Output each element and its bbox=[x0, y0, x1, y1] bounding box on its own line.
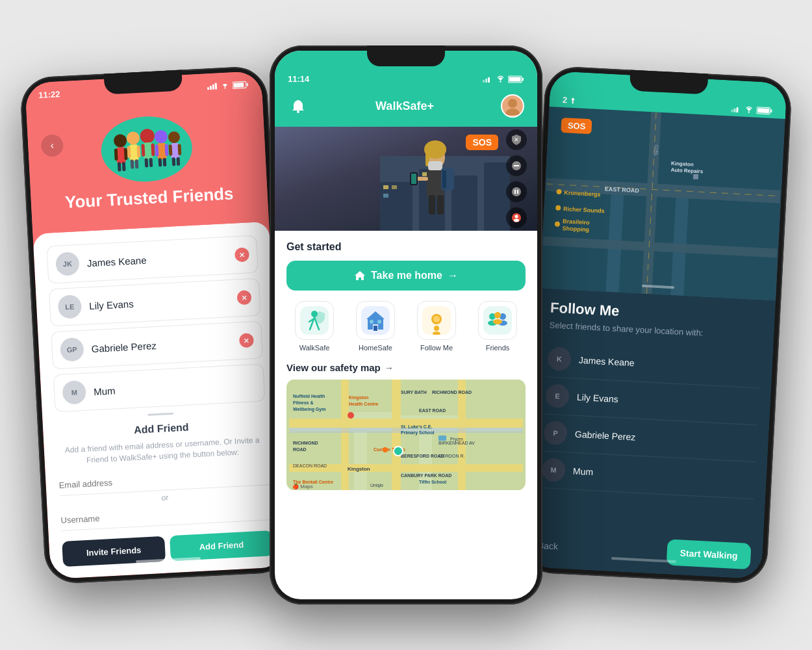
signal-icon-right bbox=[731, 105, 742, 113]
svg-rect-62 bbox=[428, 161, 442, 170]
svg-rect-64 bbox=[442, 170, 446, 188]
svg-rect-23 bbox=[151, 144, 155, 156]
svg-rect-87 bbox=[374, 326, 377, 331]
svg-rect-53 bbox=[383, 185, 388, 189]
feature-followme[interactable]: Follow Me bbox=[409, 301, 464, 352]
svg-text:RICHMOND: RICHMOND bbox=[293, 441, 318, 445]
svg-rect-3 bbox=[215, 83, 218, 90]
take-home-button[interactable]: Take me home → bbox=[286, 261, 526, 291]
svg-rect-43 bbox=[522, 77, 524, 81]
safety-map-header: View our safety map → bbox=[286, 362, 526, 373]
svg-point-78 bbox=[514, 219, 519, 222]
svg-point-4 bbox=[224, 87, 226, 89]
svg-point-46 bbox=[508, 99, 517, 108]
safety-map-label: View our safety map bbox=[286, 362, 381, 373]
right-map-svg: Kronenbergs Richer Sounds Brasileiro Sho… bbox=[540, 107, 785, 301]
friend-avatar-3: M bbox=[62, 380, 86, 405]
feature-homesafe[interactable]: HomeSafe bbox=[348, 301, 403, 352]
right-sos-badge[interactable]: SOS bbox=[561, 118, 592, 134]
friend-item-1: LE Lily Evans × bbox=[49, 278, 261, 327]
phone-left: 11:22 bbox=[19, 66, 292, 585]
svg-rect-65 bbox=[416, 177, 428, 181]
svg-point-77 bbox=[515, 215, 518, 218]
add-friend-desc: Add a friend with email address or usern… bbox=[57, 434, 268, 467]
phone-right: 2 bbox=[520, 66, 793, 585]
svg-rect-69 bbox=[437, 195, 444, 214]
shield-icon-btn[interactable]: ✕ bbox=[506, 129, 527, 150]
remove-btn-1[interactable]: × bbox=[236, 290, 251, 305]
svg-point-142 bbox=[394, 447, 403, 456]
friend-avatar-2: GP bbox=[60, 337, 84, 362]
right-avatar-2: P bbox=[543, 421, 568, 445]
svg-rect-1 bbox=[210, 86, 212, 90]
svg-text:EAST ROAD: EAST ROAD bbox=[419, 408, 446, 413]
svg-rect-37 bbox=[177, 157, 181, 166]
get-started-label: Get started bbox=[286, 241, 526, 253]
center-content: 11:14 bbox=[275, 51, 537, 599]
svg-text:St. Luke's C.E.: St. Luke's C.E. bbox=[401, 424, 432, 429]
shield-icon: ✕ bbox=[512, 135, 521, 145]
signal-icon bbox=[207, 83, 218, 90]
signal-icon-center bbox=[483, 75, 493, 83]
svg-rect-51 bbox=[451, 176, 477, 231]
right-body: Follow Me Select friends to share your l… bbox=[527, 289, 776, 536]
feature-walksafe[interactable]: WalkSafe bbox=[286, 301, 342, 352]
svg-rect-39 bbox=[485, 79, 487, 83]
add-friend-button[interactable]: Add Friend bbox=[170, 530, 273, 561]
followme-icon-box bbox=[417, 301, 456, 340]
svg-point-47 bbox=[505, 109, 520, 115]
left-hero: ‹ bbox=[26, 91, 269, 234]
home-indicator-center bbox=[374, 585, 438, 588]
user-avatar[interactable] bbox=[501, 94, 524, 118]
left-body: JK James Keane × LE Lily Evans × GP Gabr… bbox=[32, 222, 286, 579]
friend-item-0: JK James Keane × bbox=[46, 235, 259, 284]
bell-svg bbox=[292, 99, 305, 113]
friend-name-2: Gabriele Perez bbox=[91, 335, 240, 354]
svg-text:GIBL: GIBL bbox=[653, 144, 659, 157]
person-icon-btn[interactable] bbox=[506, 207, 527, 228]
no-entry-icon-btn[interactable] bbox=[506, 155, 527, 176]
svg-rect-38 bbox=[483, 80, 485, 83]
pause-icon-btn[interactable] bbox=[506, 181, 527, 202]
right-friend-name-0: James Keane bbox=[579, 355, 635, 368]
safety-map[interactable]: Nuffield Health Fitness & Wellbeing Gym … bbox=[286, 380, 526, 490]
bell-icon[interactable] bbox=[288, 96, 309, 116]
start-walking-button[interactable]: Start Walking bbox=[666, 539, 752, 569]
svg-point-41 bbox=[500, 81, 501, 82]
sos-badge-center[interactable]: SOS bbox=[466, 135, 498, 150]
home-icon bbox=[354, 270, 366, 281]
remove-btn-0[interactable]: × bbox=[235, 247, 249, 262]
svg-text:Pryzm: Pryzm bbox=[450, 437, 463, 442]
svg-text:🍎 Maps: 🍎 Maps bbox=[292, 483, 313, 489]
walksafe-label: WalkSafe bbox=[299, 344, 330, 352]
right-time: 2 bbox=[563, 95, 577, 105]
svg-rect-49 bbox=[380, 182, 412, 231]
followme-icon bbox=[422, 306, 451, 335]
svg-rect-106 bbox=[464, 380, 523, 419]
center-status-icons bbox=[483, 75, 524, 83]
friend-name-3: Mum bbox=[94, 378, 257, 397]
svg-rect-0 bbox=[207, 87, 209, 90]
svg-text:Nuffield Health: Nuffield Health bbox=[293, 394, 325, 398]
svg-rect-147 bbox=[736, 107, 738, 112]
svg-rect-22 bbox=[141, 144, 145, 157]
svg-rect-54 bbox=[392, 185, 397, 189]
svg-rect-29 bbox=[164, 144, 168, 156]
svg-rect-55 bbox=[383, 194, 388, 198]
right-content: 2 bbox=[525, 71, 787, 579]
back-button[interactable]: ‹ bbox=[40, 134, 64, 157]
battery-icon-right bbox=[756, 106, 773, 114]
svg-rect-74 bbox=[514, 190, 516, 194]
svg-point-89 bbox=[377, 320, 381, 324]
svg-point-92 bbox=[433, 316, 440, 322]
svg-rect-18 bbox=[131, 159, 134, 168]
left-time: 11:22 bbox=[38, 89, 60, 100]
svg-rect-19 bbox=[135, 159, 139, 168]
homesafe-icon bbox=[361, 306, 390, 335]
feature-friends[interactable]: Friends bbox=[470, 301, 526, 352]
svg-rect-44 bbox=[509, 77, 521, 81]
svg-point-132 bbox=[383, 447, 388, 452]
svg-rect-146 bbox=[733, 109, 735, 112]
remove-btn-2[interactable]: × bbox=[239, 333, 254, 348]
svg-text:Uniqlo: Uniqlo bbox=[370, 483, 383, 488]
